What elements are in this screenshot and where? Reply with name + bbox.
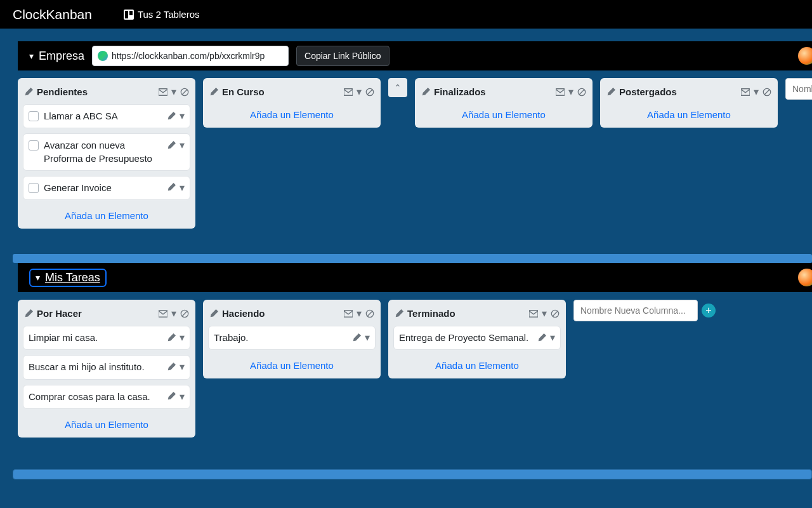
card-text: Buscar a mi hijo al instituto.: [29, 361, 145, 373]
pencil-icon[interactable]: [167, 363, 176, 371]
new-column-control: [785, 78, 812, 100]
chevron-down-icon: ▾: [29, 51, 34, 61]
block-icon[interactable]: [365, 309, 374, 318]
add-item-button[interactable]: Añada un Elemento: [420, 104, 587, 123]
pencil-icon[interactable]: [167, 183, 176, 192]
column-title: Finalizados: [434, 86, 486, 97]
block-icon[interactable]: [180, 309, 189, 318]
bottom-bar[interactable]: [13, 469, 812, 479]
card[interactable]: Generar Invoice ▾: [23, 176, 190, 200]
board-separator[interactable]: [13, 254, 812, 263]
pencil-icon[interactable]: [395, 309, 403, 318]
pencil-icon[interactable]: [606, 88, 615, 97]
card[interactable]: Llamar a ABC SA ▾: [23, 104, 190, 128]
chevron-down-icon[interactable]: ▾: [171, 307, 176, 319]
checkbox[interactable]: [29, 111, 39, 121]
plus-icon: +: [705, 305, 711, 316]
card[interactable]: Buscar a mi hijo al instituto. ▾: [23, 355, 190, 379]
pencil-icon[interactable]: [167, 141, 176, 150]
chevron-down-icon[interactable]: ▾: [171, 86, 176, 98]
board-header: ▾ Empresa https://clockkanban.com/pb/xxc…: [18, 41, 812, 70]
pencil-icon[interactable]: [167, 392, 176, 401]
pencil-icon[interactable]: [421, 88, 430, 97]
card[interactable]: Avanzar con nueva Proforma de Presupuest…: [23, 133, 190, 171]
column-title: Haciendo: [222, 308, 265, 319]
add-item-button[interactable]: Añada un Elemento: [208, 104, 376, 123]
block-icon[interactable]: [180, 88, 189, 97]
avatar[interactable]: [798, 47, 812, 65]
mail-icon[interactable]: [159, 309, 167, 318]
block-icon[interactable]: [763, 88, 771, 97]
add-item-button[interactable]: Añada un Elemento: [393, 355, 561, 373]
add-column-button[interactable]: +: [702, 304, 716, 318]
board-title: Empresa: [39, 50, 84, 63]
chevron-down-icon[interactable]: ▾: [180, 331, 185, 344]
pencil-icon[interactable]: [24, 309, 33, 318]
chevron-down-icon[interactable]: ▾: [550, 331, 555, 344]
svg-line-17: [182, 311, 187, 316]
add-item-button[interactable]: Añada un Elemento: [605, 104, 773, 123]
chevron-down-icon[interactable]: ▾: [180, 391, 185, 403]
card-text: Trabajo.: [214, 331, 248, 344]
pencil-icon[interactable]: [537, 333, 546, 342]
chevron-down-icon[interactable]: ▾: [568, 86, 573, 98]
top-nav: ClockKanban Tus 2 Tableros: [0, 0, 812, 29]
pencil-icon[interactable]: [352, 333, 361, 342]
checkbox[interactable]: [29, 183, 39, 193]
card[interactable]: Entrega de Proyecto Semanal. ▾: [393, 326, 561, 350]
chevron-down-icon[interactable]: ▾: [357, 86, 362, 98]
board-title-toggle[interactable]: ▾ Mis Tareas: [29, 269, 107, 287]
board-empresa: ▾ Empresa https://clockkanban.com/pb/xxc…: [0, 29, 812, 229]
chevron-up-icon: ⌃: [394, 83, 402, 93]
board-title-toggle[interactable]: ▾ Empresa: [29, 50, 84, 63]
boards-nav-label: Tus 2 Tableros: [138, 9, 200, 20]
card[interactable]: Comprar cosas para la casa. ▾: [23, 385, 190, 409]
block-icon[interactable]: [551, 309, 560, 318]
pencil-icon[interactable]: [209, 88, 218, 97]
add-item-button[interactable]: Añada un Elemento: [23, 205, 190, 224]
block-icon[interactable]: [365, 88, 374, 97]
add-item-button[interactable]: Añada un Elemento: [208, 355, 376, 373]
mail-icon[interactable]: [159, 88, 167, 97]
chevron-down-icon[interactable]: ▾: [754, 86, 759, 98]
mail-icon[interactable]: [529, 309, 538, 318]
add-item-button[interactable]: Añada un Elemento: [23, 414, 190, 432]
pencil-icon[interactable]: [167, 112, 176, 121]
card[interactable]: Trabajo. ▾: [208, 326, 376, 350]
svg-rect-12: [741, 88, 750, 95]
svg-line-14: [764, 90, 769, 95]
copy-link-button[interactable]: Copiar Link Público: [296, 46, 390, 66]
mail-icon[interactable]: [344, 309, 353, 318]
pencil-icon[interactable]: [209, 309, 218, 318]
mail-icon[interactable]: [556, 88, 565, 97]
app-brand: ClockKanban: [13, 7, 92, 22]
card[interactable]: Limpiar mi casa. ▾: [23, 326, 190, 350]
checkbox[interactable]: [29, 140, 39, 150]
avatar[interactable]: [798, 269, 812, 286]
pencil-icon[interactable]: [167, 333, 176, 342]
chevron-down-icon[interactable]: ▾: [180, 139, 185, 151]
column-collapse-toggle[interactable]: ⌃: [388, 78, 407, 97]
new-column-input[interactable]: [573, 300, 698, 321]
mail-icon[interactable]: [741, 88, 750, 97]
chevron-down-icon[interactable]: ▾: [542, 307, 547, 319]
chevron-down-icon[interactable]: ▾: [357, 307, 362, 319]
card-text: Entrega de Proyecto Semanal.: [399, 331, 528, 344]
chevron-down-icon[interactable]: ▾: [365, 331, 370, 344]
pencil-icon[interactable]: [24, 88, 33, 97]
card-text: Avanzar con nueva Proforma de Presupuest…: [44, 139, 162, 165]
public-url-field[interactable]: https://clockkanban.com/pb/xxcrkmlr9p: [92, 46, 289, 66]
column-title: Terminado: [407, 308, 455, 319]
mail-icon[interactable]: [344, 88, 353, 97]
new-column-input[interactable]: [785, 78, 812, 100]
column-pendientes: Pendientes ▾ Llamar a ABC SA ▾ Avanzar c…: [18, 78, 195, 229]
column-encurso: En Curso ▾ Añada un Elemento: [203, 78, 381, 128]
new-column-control: +: [573, 300, 716, 321]
column-header: Pendientes ▾: [23, 83, 190, 104]
chevron-down-icon[interactable]: ▾: [180, 182, 185, 194]
boards-nav-link[interactable]: Tus 2 Tableros: [124, 9, 200, 20]
column-porhacer: Por Hacer ▾ Limpiar mi casa. ▾ Buscar a …: [18, 300, 195, 438]
chevron-down-icon[interactable]: ▾: [180, 361, 185, 373]
block-icon[interactable]: [577, 88, 586, 97]
chevron-down-icon[interactable]: ▾: [180, 110, 185, 122]
